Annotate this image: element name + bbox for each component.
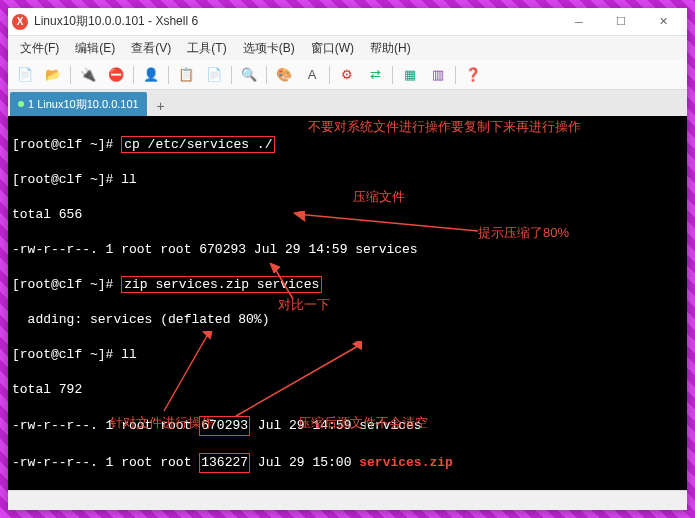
toolbar-separator — [392, 66, 393, 84]
transfer-button[interactable]: ⇄ — [362, 63, 388, 87]
zip-filename: services.zip — [359, 455, 453, 470]
toolbar-separator — [168, 66, 169, 84]
svg-line-6 — [164, 334, 208, 411]
menu-help[interactable]: 帮助(H) — [362, 38, 419, 59]
statusbar — [8, 490, 687, 510]
script-button[interactable]: ⚙ — [334, 63, 360, 87]
menu-view[interactable]: 查看(V) — [123, 38, 179, 59]
open-button[interactable]: 📂 — [40, 63, 66, 87]
toolbar-separator — [455, 66, 456, 84]
terminal-line: -rw-r--r--. 1 root root 670293 Jul 29 14… — [12, 241, 683, 259]
terminal-line: adding: services (deflated 80%) — [12, 311, 683, 329]
toolbar-separator — [70, 66, 71, 84]
app-icon: X — [12, 14, 28, 30]
annotation-compress-file: 压缩文件 — [353, 188, 405, 206]
terminal-line: [root@clf ~]# ll — [12, 171, 683, 189]
tab-label: 1 Linux10期10.0.0.101 — [28, 97, 139, 112]
toolbar-separator — [133, 66, 134, 84]
svg-marker-7 — [203, 331, 215, 340]
titlebar: X Linux10期10.0.0.101 - Xshell 6 ─ ☐ ✕ — [8, 8, 687, 36]
toolbar-separator — [329, 66, 330, 84]
connection-status-icon — [18, 101, 24, 107]
terminal-line: -rw-r--r--. 1 root root 136227 Jul 29 15… — [12, 453, 683, 473]
annotation-operate-on-file: 针对文件进行操作 — [110, 414, 214, 432]
tabbar: 1 Linux10期10.0.0.101 + — [8, 90, 687, 116]
copy-button[interactable]: 📋 — [173, 63, 199, 87]
minimize-button[interactable]: ─ — [559, 10, 599, 34]
arrow-icon — [158, 331, 218, 416]
svg-marker-3 — [270, 263, 280, 273]
disconnect-button[interactable]: ⛔ — [103, 63, 129, 87]
maximize-button[interactable]: ☐ — [601, 10, 641, 34]
toolbar: 📄 📂 🔌 ⛔ 👤 📋 📄 🔍 🎨 A ⚙ ⇄ ▦ ▥ ❓ — [8, 60, 687, 90]
svg-line-2 — [274, 267, 293, 299]
app-window: X Linux10期10.0.0.101 - Xshell 6 ─ ☐ ✕ 文件… — [8, 8, 687, 510]
toolbar-separator — [266, 66, 267, 84]
toolbar-separator — [231, 66, 232, 84]
reconnect-button[interactable]: 🔌 — [75, 63, 101, 87]
find-button[interactable]: 🔍 — [236, 63, 262, 87]
paste-button[interactable]: 📄 — [201, 63, 227, 87]
boxed-command-cp: cp /etc/services ./ — [121, 136, 275, 153]
tab-layout-button[interactable]: ▥ — [425, 63, 451, 87]
menu-window[interactable]: 窗口(W) — [303, 38, 362, 59]
menu-file[interactable]: 文件(F) — [12, 38, 67, 59]
arrow-icon — [288, 211, 478, 236]
svg-marker-1 — [293, 211, 307, 221]
annotation-copy-warning: 不要对系统文件进行操作要复制下来再进行操作 — [308, 118, 581, 136]
svg-line-4 — [236, 346, 358, 416]
arrow-icon — [268, 261, 298, 301]
annotation-deflated-80: 提示压缩了80% — [478, 224, 569, 242]
menubar: 文件(F) 编辑(E) 查看(V) 工具(T) 选项卡(B) 窗口(W) 帮助(… — [8, 36, 687, 60]
svg-marker-5 — [352, 341, 365, 352]
arrow-icon — [228, 341, 368, 421]
terminal[interactable]: [root@clf ~]# cp /etc/services ./ [root@… — [8, 116, 687, 490]
boxed-size-compressed: 136227 — [199, 453, 250, 473]
svg-line-0 — [296, 214, 478, 231]
color-scheme-button[interactable]: 🎨 — [271, 63, 297, 87]
close-button[interactable]: ✕ — [643, 10, 683, 34]
new-session-button[interactable]: 📄 — [12, 63, 38, 87]
window-title: Linux10期10.0.0.101 - Xshell 6 — [34, 13, 559, 30]
menu-tools[interactable]: 工具(T) — [179, 38, 234, 59]
font-button[interactable]: A — [299, 63, 325, 87]
add-tab-button[interactable]: + — [151, 96, 171, 116]
menu-edit[interactable]: 编辑(E) — [67, 38, 123, 59]
terminal-line: [root@clf ~]# cp /etc/services ./ — [12, 136, 683, 154]
profile-button[interactable]: 👤 — [138, 63, 164, 87]
session-tab[interactable]: 1 Linux10期10.0.0.101 — [10, 92, 147, 116]
help-button[interactable]: ❓ — [460, 63, 486, 87]
layout-button[interactable]: ▦ — [397, 63, 423, 87]
terminal-line: [root@clf ~]# zip services.zip services — [12, 276, 683, 294]
menu-tabs[interactable]: 选项卡(B) — [235, 38, 303, 59]
